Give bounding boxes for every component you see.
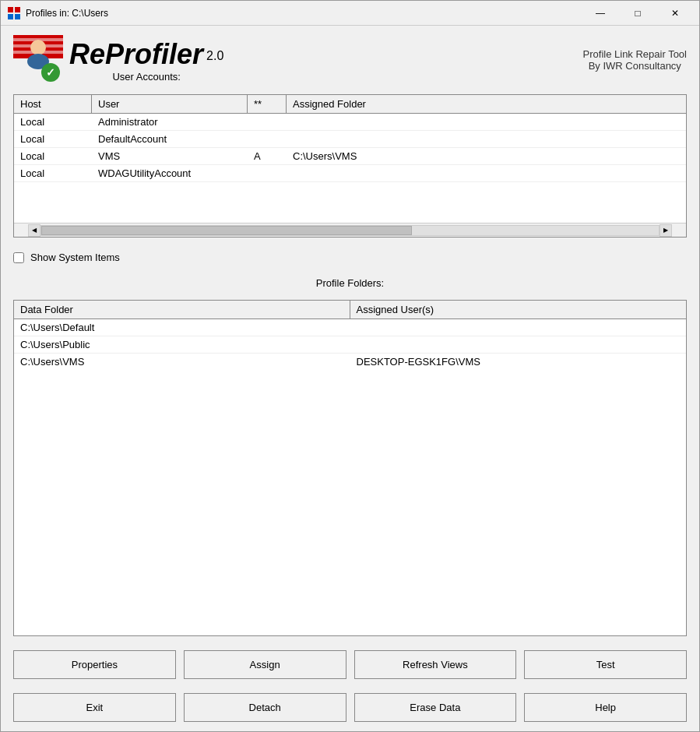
profile-folders-label: Profile Folders: [13, 277, 687, 289]
exit-button[interactable]: Exit [13, 693, 176, 722]
cell-flag [248, 165, 287, 181]
table-row[interactable]: C:\Users\Default [14, 319, 686, 336]
scrollbar-track[interactable] [40, 225, 660, 236]
scroll-right-arrow[interactable]: ▶ [660, 224, 672, 237]
window-title: Profiles in: C:\Users [26, 8, 582, 19]
logo-area: ✓ ReProfiler2.0 User Accounts: [13, 35, 223, 85]
detach-button[interactable]: Detach [184, 693, 346, 722]
app-name: ReProfiler2.0 [69, 38, 223, 70]
app-header: ✓ ReProfiler2.0 User Accounts: Profile L… [13, 35, 687, 85]
table-row[interactable]: C:\Users\Public [14, 336, 686, 354]
maximize-button[interactable]: □ [620, 2, 656, 25]
profile-folders-body: C:\Users\Default C:\Users\Public C:\User… [14, 319, 686, 635]
cell-folder [287, 114, 686, 130]
cell-host: Local [14, 148, 92, 164]
user-accounts-label: User Accounts: [69, 71, 223, 83]
app-version: 2.0 [206, 49, 223, 62]
window-content: ✓ ReProfiler2.0 User Accounts: Profile L… [1, 26, 699, 731]
window-controls: — □ ✕ [582, 2, 693, 25]
user-accounts-header: Host User ** Assigned Folder [14, 95, 686, 114]
cell-user: DefaultAccount [92, 131, 248, 147]
properties-button[interactable]: Properties [13, 650, 176, 679]
title-bar: Profiles in: C:\Users — □ ✕ [1, 1, 699, 26]
col-host: Host [14, 95, 92, 113]
table-row[interactable]: Local Administrator [14, 114, 686, 131]
app-icon [7, 6, 21, 20]
cell-flag [248, 114, 287, 130]
cell-folder: C:\Users\VMS [287, 148, 686, 164]
svg-point-8 [30, 40, 46, 55]
horizontal-scrollbar[interactable]: ◀ ▶ [14, 223, 686, 237]
show-system-items-label: Show System Items [30, 252, 120, 263]
cell-flag: A [248, 148, 287, 164]
cell-flag [248, 131, 287, 147]
cell-folder [287, 165, 686, 181]
cell-user: Administrator [92, 114, 248, 130]
buttons-row-2: Exit Detach Erase Data Help [13, 693, 687, 722]
user-accounts-table: Host User ** Assigned Folder Local Admin… [13, 94, 687, 238]
table-row[interactable]: C:\Users\VMS DESKTOP-EGSK1FG\VMS [14, 354, 686, 370]
product-by: By IWR Consultancy [583, 60, 687, 72]
cell-assigned-users [350, 336, 687, 353]
svg-rect-0 [8, 7, 13, 12]
col-assigned-users: Assigned User(s) [350, 301, 687, 318]
test-button[interactable]: Test [524, 650, 687, 679]
cell-assigned-users [350, 319, 687, 336]
table-row[interactable]: Local DefaultAccount [14, 131, 686, 148]
help-button[interactable]: Help [524, 693, 687, 722]
col-user: User [92, 95, 248, 113]
product-info: Profile Link Repair Tool By IWR Consulta… [583, 48, 687, 72]
scroll-left-arrow[interactable]: ◀ [28, 224, 40, 237]
product-title: Profile Link Repair Tool [583, 48, 687, 60]
col-data-folder: Data Folder [14, 301, 350, 318]
app-title-group: ReProfiler2.0 User Accounts: [69, 38, 223, 83]
svg-rect-2 [8, 14, 13, 19]
cell-assigned-users: DESKTOP-EGSK1FG\VMS [350, 354, 687, 370]
cell-data-folder: C:\Users\VMS [14, 354, 350, 370]
assign-button[interactable]: Assign [184, 650, 346, 679]
main-window: Profiles in: C:\Users — □ ✕ [0, 0, 700, 732]
cell-user: WDAGUtilityAccount [92, 165, 248, 181]
show-system-items-checkbox[interactable] [13, 252, 24, 263]
show-system-items-row: Show System Items [13, 245, 687, 269]
close-button[interactable]: ✕ [657, 2, 693, 25]
svg-rect-1 [15, 7, 20, 12]
cell-data-folder: C:\Users\Public [14, 336, 350, 353]
col-flag: ** [248, 95, 287, 113]
profile-folders-header: Data Folder Assigned User(s) [14, 301, 686, 319]
cell-host: Local [14, 131, 92, 147]
user-accounts-body: Local Administrator Local DefaultAccount… [14, 114, 686, 223]
svg-text:✓: ✓ [46, 66, 55, 79]
minimize-button[interactable]: — [582, 2, 618, 25]
table-row[interactable]: Local VMS A C:\Users\VMS [14, 148, 686, 165]
cell-data-folder: C:\Users\Default [14, 319, 350, 336]
svg-rect-3 [15, 14, 20, 19]
buttons-row-1: Properties Assign Refresh Views Test [13, 650, 687, 679]
cell-folder [287, 131, 686, 147]
profile-folders-table: Data Folder Assigned User(s) C:\Users\De… [13, 300, 687, 636]
cell-host: Local [14, 165, 92, 181]
cell-user: VMS [92, 148, 248, 164]
cell-host: Local [14, 114, 92, 130]
table-row[interactable]: Local WDAGUtilityAccount [14, 165, 686, 182]
erase-data-button[interactable]: Erase Data [354, 693, 517, 722]
logo-icon: ✓ [13, 35, 63, 85]
col-assigned-folder: Assigned Folder [287, 95, 686, 113]
scrollbar-thumb[interactable] [41, 226, 412, 235]
refresh-views-button[interactable]: Refresh Views [354, 650, 517, 679]
